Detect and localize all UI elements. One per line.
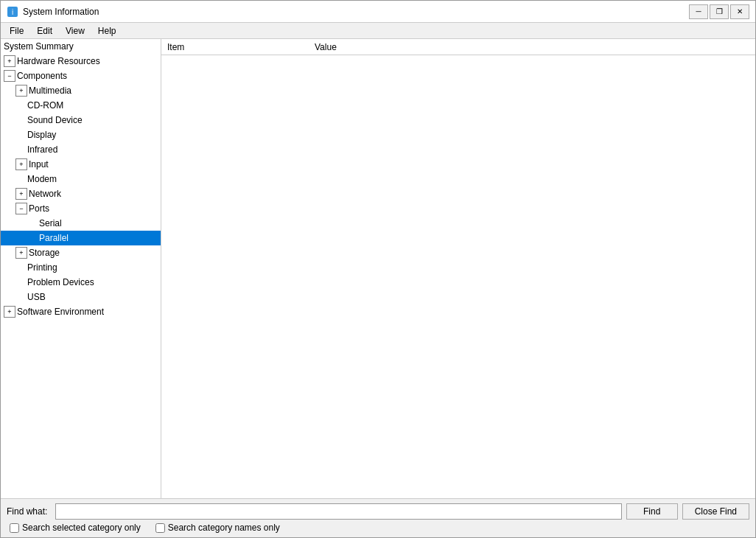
search-selected-checkbox[interactable] [10, 523, 19, 533]
tree-item-infrared[interactable]: Infrared [1, 142, 161, 157]
expander-software-environment[interactable] [4, 306, 15, 318]
find-row: Find what: Find Close Find [7, 503, 749, 520]
tree-item-modem[interactable]: Modem [1, 172, 161, 186]
tree-item-usb[interactable]: USB [1, 290, 161, 304]
window-title: System Information [23, 7, 99, 17]
item-column-header: Item [164, 41, 312, 54]
minimize-button[interactable]: ─ [689, 4, 708, 19]
search-category-label[interactable]: Search category names only [155, 523, 280, 533]
search-selected-label[interactable]: Search selected category only [10, 523, 141, 533]
title-bar-buttons: ─ ❒ ✕ [689, 4, 749, 19]
tree-item-cd-rom[interactable]: CD-ROM [1, 98, 161, 113]
search-category-checkbox[interactable] [155, 523, 165, 533]
menu-edit[interactable]: Edit [31, 24, 58, 38]
tree-item-parallel[interactable]: Parallel [1, 231, 161, 245]
menu-bar: File Edit View Help [1, 23, 755, 39]
tree-item-storage[interactable]: Storage [1, 245, 161, 260]
expander-ports[interactable] [15, 203, 27, 214]
expander-storage[interactable] [15, 247, 27, 259]
menu-view[interactable]: View [60, 24, 91, 38]
tree-item-printing[interactable]: Printing [1, 260, 161, 275]
bottom-bar: Find what: Find Close Find Search select… [1, 498, 755, 537]
menu-help[interactable]: Help [92, 24, 122, 38]
tree-item-multimedia[interactable]: Multimedia [1, 83, 161, 98]
checkbox-row: Search selected category only Search cat… [7, 523, 749, 533]
tree-item-display[interactable]: Display [1, 127, 161, 142]
tree-item-ports[interactable]: Ports [1, 201, 161, 216]
expander-network[interactable] [15, 188, 27, 200]
find-button[interactable]: Find [626, 503, 678, 520]
tree-item-hardware-resources[interactable]: Hardware Resources [1, 54, 161, 69]
tree-item-system-summary[interactable]: System Summary [1, 39, 161, 54]
detail-panel: Item Value [161, 39, 755, 498]
expander-input[interactable] [15, 158, 27, 170]
tree-item-serial[interactable]: Serial [1, 216, 161, 231]
tree-panel: System Summary Hardware Resources Compon… [1, 39, 161, 498]
tree-item-input[interactable]: Input [1, 157, 161, 172]
value-column-header: Value [312, 41, 752, 54]
close-button[interactable]: ✕ [730, 4, 749, 19]
main-window: i System Information ─ ❒ ✕ File Edit Vie… [0, 0, 756, 538]
app-icon: i [7, 6, 18, 18]
find-label: Find what: [7, 506, 51, 517]
main-content: System Summary Hardware Resources Compon… [1, 39, 755, 498]
find-input[interactable] [55, 503, 622, 520]
expander-hardware-resources[interactable] [4, 55, 15, 67]
detail-header: Item Value [161, 39, 755, 55]
tree-item-software-environment[interactable]: Software Environment [1, 304, 161, 319]
tree-item-sound-device[interactable]: Sound Device [1, 113, 161, 127]
restore-button[interactable]: ❒ [710, 4, 729, 19]
tree-item-problem-devices[interactable]: Problem Devices [1, 275, 161, 290]
svg-text:i: i [12, 8, 13, 16]
menu-file[interactable]: File [4, 24, 29, 38]
title-bar-left: i System Information [7, 6, 99, 18]
close-find-button[interactable]: Close Find [682, 503, 749, 520]
tree-item-components[interactable]: Components [1, 69, 161, 83]
tree-item-network[interactable]: Network [1, 186, 161, 201]
expander-multimedia[interactable] [15, 85, 27, 97]
expander-components[interactable] [4, 70, 15, 82]
title-bar: i System Information ─ ❒ ✕ [1, 1, 755, 23]
